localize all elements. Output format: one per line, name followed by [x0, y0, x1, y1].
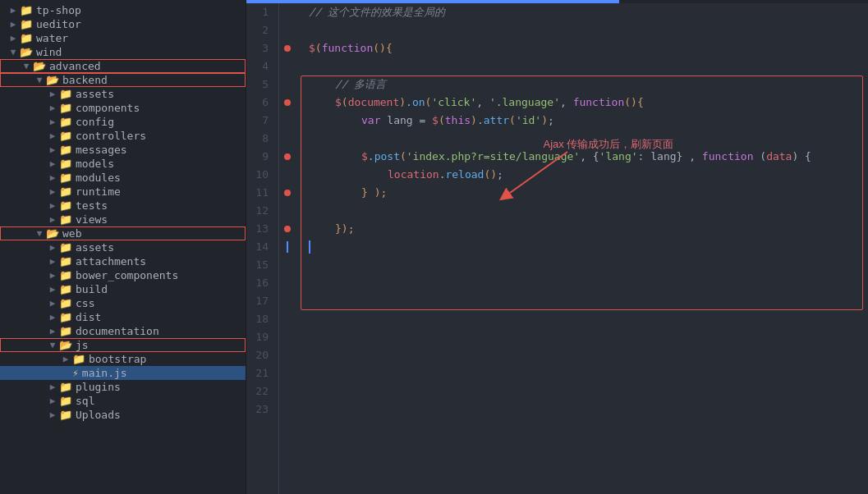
- item-label: bootstrap: [89, 353, 146, 365]
- tree-item-sql[interactable]: ▶ 📁 sql: [0, 394, 246, 408]
- code-token: $: [361, 148, 368, 166]
- tree-item-assets2[interactable]: ▶ 📁 assets: [0, 240, 246, 254]
- item-label: messages: [76, 144, 127, 156]
- item-label: documentation: [76, 325, 159, 337]
- tree-item-dist[interactable]: ▶ 📁 dist: [0, 310, 246, 324]
- tree-item-ueditor[interactable]: ▶ 📁 ueditor: [0, 17, 246, 31]
- code-token: (: [342, 94, 348, 112]
- tree-item-modules[interactable]: ▶ 📁 modules: [0, 171, 246, 185]
- tree-item-advanced[interactable]: ▼ 📂 advanced: [0, 59, 246, 73]
- arrow-icon: ▶: [46, 256, 59, 267]
- code-token: data: [766, 148, 792, 166]
- code-line-4: [309, 57, 868, 75]
- arrow-icon: ▶: [46, 270, 59, 281]
- folder-icon: 📁: [59, 213, 72, 226]
- code-token: ) {: [792, 148, 811, 166]
- tree-item-web[interactable]: ▼ 📂 web: [0, 226, 246, 240]
- code-line-19: [309, 328, 868, 346]
- tree-item-js[interactable]: ▼ 📂 js: [0, 338, 246, 352]
- item-label: ueditor: [36, 18, 81, 30]
- arrow-icon: ▶: [46, 214, 59, 225]
- tree-item-views[interactable]: ▶ 📁 views: [0, 213, 246, 226]
- code-token: // 这个文件的效果是全局的: [309, 3, 445, 21]
- code-line-18: [309, 310, 868, 328]
- arrow-icon: ▶: [46, 158, 59, 169]
- code-line-16: [309, 274, 868, 292]
- folder-icon: 📁: [59, 283, 72, 295]
- tree-item-messages[interactable]: ▶ 📁 messages: [0, 143, 246, 157]
- code-line-2: [309, 21, 868, 39]
- folder-icon: 📁: [59, 297, 72, 309]
- tree-item-assets1[interactable]: ▶ 📁 assets: [0, 87, 246, 101]
- item-label: config: [76, 116, 114, 128]
- code-token: (: [425, 94, 432, 112]
- item-label: bower_components: [76, 269, 178, 281]
- tree-item-water[interactable]: ▶ 📁 water: [0, 31, 246, 45]
- tree-item-build[interactable]: ▶ 📁 build: [0, 282, 246, 296]
- code-token: ): [399, 94, 406, 112]
- folder-icon: 📁: [59, 130, 72, 142]
- code-line-5: // 多语言: [309, 75, 868, 94]
- item-label: assets: [76, 241, 114, 254]
- code-token: function: [702, 148, 754, 166]
- folder-icon: 📁: [59, 102, 72, 114]
- tree-item-controllers[interactable]: ▶ 📁 controllers: [0, 129, 246, 143]
- item-label: js: [76, 339, 89, 351]
- tree-item-tp-shop[interactable]: ▶ 📁 tp-shop: [0, 3, 246, 17]
- arrow-icon: ▶: [46, 103, 59, 113]
- tree-item-documentation[interactable]: ▶ 📁 documentation: [0, 324, 246, 338]
- gutter: [279, 3, 296, 494]
- tree-item-css[interactable]: ▶ 📁 css: [0, 296, 246, 310]
- folder-icon: 📁: [59, 255, 72, 268]
- tree-item-bootstrap[interactable]: ▶ 📁 bootstrap: [0, 352, 246, 366]
- tree-item-models[interactable]: ▶ 📁 models: [0, 157, 246, 171]
- tree-item-components[interactable]: ▶ 📁 components: [0, 101, 246, 115]
- code-editor[interactable]: 12345 678910 1112131415 1617181920 21222…: [246, 0, 868, 494]
- tree-item-plugins[interactable]: ▶ 📁 plugins: [0, 380, 246, 394]
- tree-item-backend[interactable]: ▼ 📂 backend: [0, 73, 246, 87]
- file-tree[interactable]: ▶ 📁 tp-shop ▶ 📁 ueditor ▶ 📁 water ▼ 📂 wi…: [0, 0, 246, 494]
- cursor-line: [287, 241, 288, 253]
- breakpoint-dot: [284, 226, 291, 232]
- folder-icon: 📁: [59, 116, 72, 128]
- code-line-1: // 这个文件的效果是全局的: [309, 3, 868, 21]
- item-label: tp-shop: [36, 4, 81, 16]
- arrow-icon: ▶: [7, 19, 20, 30]
- code-token: $: [335, 94, 342, 112]
- code-token: reload: [445, 166, 484, 184]
- folder-icon: 📁: [59, 185, 72, 198]
- item-label: views: [76, 213, 108, 226]
- item-label: components: [76, 102, 140, 114]
- folder-icon: 📂: [46, 74, 59, 86]
- arrow-icon: ▶: [46, 382, 59, 392]
- code-lines[interactable]: // 这个文件的效果是全局的 $(function(){ // 多语言 $(do…: [296, 3, 868, 494]
- code-token: ;: [548, 112, 554, 130]
- folder-icon: 📁: [59, 395, 72, 407]
- arrow-icon: ▶: [46, 172, 59, 183]
- tree-item-attachments[interactable]: ▶ 📁 attachments: [0, 254, 246, 268]
- folder-icon: 📁: [59, 158, 72, 170]
- code-line-20: [309, 346, 868, 364]
- file-icon: ⚡: [72, 367, 79, 379]
- tree-item-runtime[interactable]: ▶ 📁 runtime: [0, 185, 246, 199]
- item-label: models: [76, 158, 114, 170]
- tree-item-config[interactable]: ▶ 📁 config: [0, 115, 246, 129]
- tree-item-uploads[interactable]: ▶ 📁 Uploads: [0, 408, 246, 422]
- arrow-icon: ▶: [46, 89, 59, 99]
- item-label: wind: [36, 46, 62, 58]
- arrow-icon: ▶: [46, 144, 59, 155]
- code-token: on: [412, 94, 425, 112]
- item-label: tests: [76, 199, 108, 212]
- tree-item-wind[interactable]: ▼ 📂 wind: [0, 45, 246, 59]
- folder-icon: 📁: [59, 172, 72, 184]
- tree-item-main-js[interactable]: ⚡ main.js: [0, 366, 246, 380]
- arrow-icon: ▶: [46, 200, 59, 211]
- code-token: (){: [373, 39, 392, 57]
- item-label: main.js: [82, 367, 127, 379]
- code-token: .: [406, 94, 412, 112]
- tree-item-tests[interactable]: ▶ 📁 tests: [0, 199, 246, 213]
- folder-icon: 📁: [20, 18, 33, 30]
- tree-item-bower-components[interactable]: ▶ 📁 bower_components: [0, 268, 246, 282]
- arrow-icon: ▼: [33, 228, 46, 239]
- code-token: document: [348, 94, 400, 112]
